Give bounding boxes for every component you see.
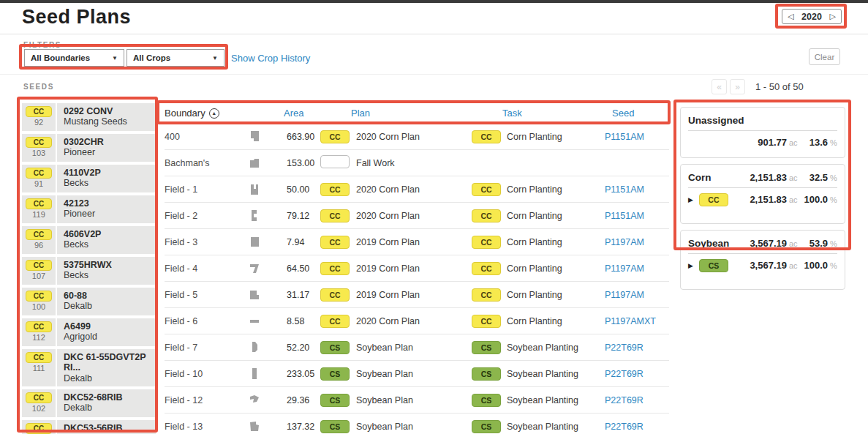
expand-arrow-icon[interactable]: ▶ (688, 196, 693, 203)
crop-type-badge: CC (26, 198, 52, 209)
boundaries-filter-dropdown[interactable]: All Boundaries ▼ (24, 49, 124, 67)
seed-link[interactable]: P22T69R (605, 369, 644, 379)
year-selector[interactable]: ◁ 2020 ▷ (782, 9, 842, 24)
seed-badge-column: CC 92 (22, 103, 57, 131)
table-row[interactable]: Field - 10 233.05 CS Soybean Plan CS Soy… (165, 360, 669, 386)
first-page-button[interactable]: « (712, 79, 727, 94)
table-row[interactable]: Field - 1 50.00 CC 2020 Corn Plan CC Cor… (165, 176, 669, 202)
seed-link[interactable]: P1151AM (605, 211, 644, 221)
plan-table: Boundary ▲ Area Plan Task Seed 400 663.9… (165, 103, 669, 434)
seed-list-item[interactable]: CC 91 4110V2P Becks (22, 165, 156, 192)
seed-info: DKC52-68RIB Dekalb (57, 389, 156, 417)
previous-year-button[interactable]: ◁ (788, 12, 793, 20)
boundary-name: Field - 7 (165, 343, 247, 353)
area-value: 29.36 (287, 395, 320, 405)
seed-list-item[interactable]: CC 111 DKC 61-55DGVT2P RI... Dekalb (22, 349, 156, 386)
plan-name: 2020 Corn Plan (356, 316, 472, 326)
summary-value-row: 901.77 ac 13.6 % (688, 134, 837, 151)
table-header-row: Boundary ▲ Area Plan Task Seed (165, 103, 669, 123)
seed-list-item[interactable]: CC 102 DKC52-68RIB Dekalb (22, 389, 156, 417)
table-row[interactable]: Field - 5 31.17 CC 2019 Corn Plan CC Cor… (165, 281, 669, 307)
column-header-plan[interactable]: Plan (351, 108, 502, 119)
seed-link[interactable]: P22T69R (605, 422, 644, 432)
table-row[interactable]: Field - 12 29.36 CS Soybean Plan CS Soyb… (165, 386, 669, 413)
task-badge-cell: CS (472, 341, 507, 354)
table-row[interactable]: Field - 6 8.58 CC 2020 Corn Plan CC Corn… (165, 307, 669, 334)
seed-name: 0302CHR (64, 137, 156, 147)
filters-divider (0, 74, 868, 75)
seed-list-item[interactable]: CC 100 60-88 Dekalb (22, 288, 156, 315)
seed-brand: Pioneer (64, 147, 156, 158)
summary-row-lead: ▶ CS (688, 259, 741, 272)
seed-brand: Becks (64, 270, 156, 281)
column-header-seed[interactable]: Seed (612, 108, 669, 119)
sort-ascending-icon[interactable]: ▲ (209, 108, 219, 119)
acres-value: 3,567.19 (741, 260, 787, 271)
seed-badge-column: CC 112 (22, 318, 57, 346)
task-crop-badge: CS (472, 420, 501, 433)
boundary-shape-icon (247, 288, 287, 302)
seed-name: 60-88 (64, 291, 156, 301)
acres-unit: ac (787, 173, 800, 182)
crop-summary-panel: Unassigned 901.77 ac 13.6 % Corn 2,151.8… (680, 107, 845, 296)
seed-link[interactable]: P1197AM (605, 263, 644, 274)
area-value: 52.20 (287, 343, 320, 353)
clear-filters-button[interactable]: Clear (809, 48, 840, 65)
column-header-boundary[interactable]: Boundary ▲ (165, 108, 284, 119)
plan-crop-badge: CC (320, 183, 350, 196)
seed-list-item[interactable]: CC 107 5375HRWX Becks (22, 257, 156, 285)
task-badge-cell: CC (472, 183, 507, 196)
seed-list-item[interactable]: CC 103 0302CHR Pioneer (22, 134, 156, 162)
table-row[interactable]: 400 663.90 CC 2020 Corn Plan CC Corn Pla… (165, 123, 669, 149)
area-value: 7.94 (287, 237, 320, 247)
summary-divider (688, 187, 837, 188)
plan-badge-cell: CC (320, 209, 356, 222)
table-row[interactable]: Field - 13 137.32 CS Soybean Plan CS Soy… (165, 413, 669, 434)
area-value: 137.32 (287, 422, 320, 432)
next-year-button[interactable]: ▷ (830, 12, 836, 20)
last-page-button[interactable]: » (730, 79, 745, 94)
seed-link[interactable]: P22T69R (605, 395, 644, 405)
expand-arrow-icon[interactable]: ▶ (688, 262, 693, 269)
task-badge-cell: CS (472, 394, 507, 407)
seed-link[interactable]: P1197AM (605, 290, 644, 300)
seed-link[interactable]: P1197AMXT (605, 316, 656, 326)
task-badge-cell: CC (472, 288, 507, 302)
seed-list-item[interactable]: CC 112 A6499 Agrigold (22, 318, 156, 346)
seed-list: CC 92 0292 CONV Mustang Seeds CC 103 030… (22, 103, 156, 434)
table-row[interactable]: Field - 7 52.20 CS Soybean Plan CS Soybe… (165, 334, 669, 360)
seed-list-item[interactable]: CC 96 4606V2P Becks (22, 226, 156, 254)
seed-count: 107 (32, 272, 45, 280)
seed-brand: Pioneer (64, 209, 156, 220)
seed-brand: Becks (64, 178, 156, 189)
seed-brand: Mustang Seeds (64, 116, 156, 127)
summary-card-padding (688, 274, 837, 283)
seed-link[interactable]: P1151AM (605, 184, 644, 195)
table-row[interactable]: Field - 3 7.94 CC 2019 Corn Plan CC Corn… (165, 228, 669, 255)
plan-crop-badge: CC (320, 130, 350, 143)
seed-link[interactable]: P1151AM (605, 132, 644, 142)
percent-unit: % (828, 261, 837, 270)
chevron-down-icon: ▼ (112, 55, 118, 61)
seed-list-item[interactable]: CC DKC53-56RIB (22, 420, 156, 434)
task-crop-badge: CC (472, 288, 501, 302)
seed-list-item[interactable]: CC 92 0292 CONV Mustang Seeds (22, 103, 156, 131)
seed-name: 42123 (64, 198, 156, 209)
seed-list-item[interactable]: CC 119 42123 Pioneer (22, 195, 156, 223)
plan-name: Soybean Plan (356, 395, 472, 405)
plan-badge-cell: CC (320, 315, 356, 328)
table-row[interactable]: Field - 4 64.50 CC 2019 Corn Plan CC Cor… (165, 255, 669, 281)
seed-link[interactable]: P22T69R (605, 343, 644, 353)
column-header-task[interactable]: Task (502, 108, 612, 119)
seed-link[interactable]: P1197AM (605, 237, 644, 247)
seed-badge-column: CC 111 (22, 349, 57, 386)
plan-crop-badge: CC (320, 315, 350, 328)
acres-value: 2,151.83 (741, 194, 787, 205)
table-row[interactable]: Field - 2 79.12 CC 2020 Corn Plan CC Cor… (165, 202, 669, 228)
column-header-area[interactable]: Area (284, 108, 351, 119)
table-row[interactable]: Bachman's 153.00 Fall Work (165, 149, 669, 176)
seed-plans-page: Seed Plans ◁ 2020 ▷ FILTERS All Boundari… (0, 0, 868, 434)
crops-filter-dropdown[interactable]: All Crops ▼ (127, 49, 224, 67)
task-name: Corn Planting (507, 263, 605, 274)
show-crop-history-link[interactable]: Show Crop History (231, 53, 310, 64)
